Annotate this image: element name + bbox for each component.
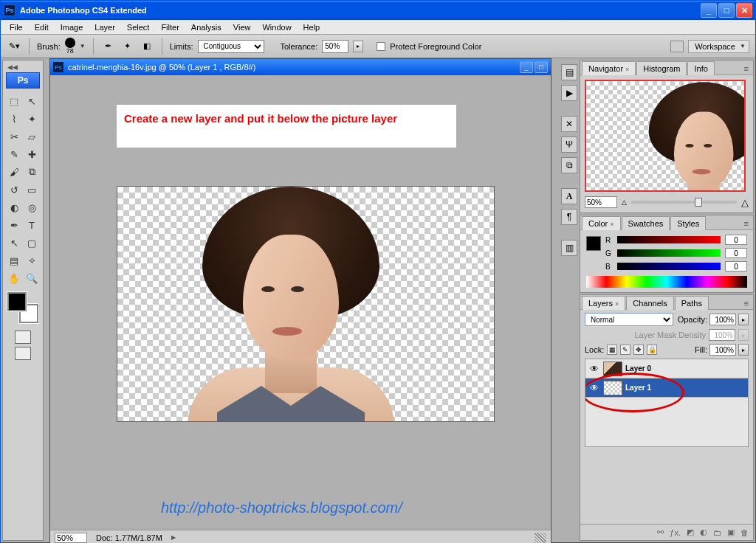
adjustment-layer-icon[interactable]: ◐ bbox=[700, 528, 707, 537]
tab-color[interactable]: Color× bbox=[582, 216, 621, 230]
tab-info[interactable]: Info bbox=[687, 61, 714, 75]
tab-swatches[interactable]: Swatches bbox=[622, 216, 670, 230]
delete-layer-icon[interactable]: 🗑 bbox=[740, 528, 749, 537]
tolerance-flyout-button[interactable]: ▸ bbox=[353, 41, 363, 52]
visibility-toggle-icon[interactable]: 👁 bbox=[588, 383, 600, 393]
brush-tool[interactable]: 🖌 bbox=[6, 164, 22, 180]
strip-tool-presets-icon[interactable]: ✕ bbox=[561, 116, 577, 132]
status-zoom-input[interactable] bbox=[55, 533, 87, 543]
move-tool[interactable]: ⬚ bbox=[6, 93, 22, 109]
strip-history-icon[interactable]: ▤ bbox=[561, 64, 577, 80]
layer-row-0[interactable]: 👁 Layer 0 bbox=[585, 359, 748, 378]
strip-actions-icon[interactable]: ▶ bbox=[561, 85, 577, 101]
layer-row-1[interactable]: 👁 Layer 1 bbox=[585, 378, 748, 398]
sampling-bg-icon[interactable]: ◧ bbox=[140, 39, 154, 54]
document-titlebar[interactable]: Ps catrinel-menghia-16v.jpg @ 50% (Layer… bbox=[50, 59, 551, 75]
history-brush-tool[interactable]: ↺ bbox=[6, 181, 22, 198]
layer-style-icon[interactable]: ƒx. bbox=[670, 528, 681, 537]
menu-select[interactable]: Select bbox=[121, 21, 156, 33]
tab-paths[interactable]: Paths bbox=[675, 296, 709, 310]
g-input[interactable] bbox=[725, 248, 747, 258]
navigator-zoom-input[interactable] bbox=[585, 196, 617, 208]
menu-file[interactable]: File bbox=[4, 21, 29, 33]
layer-thumbnail[interactable] bbox=[603, 362, 622, 376]
r-slider[interactable] bbox=[617, 236, 721, 243]
strip-paragraph-icon[interactable]: ¶ bbox=[561, 209, 577, 225]
marquee-tool[interactable]: ↖ bbox=[24, 93, 40, 109]
eyedropper-tool[interactable]: ✎ bbox=[6, 146, 22, 162]
color-swatches[interactable] bbox=[7, 292, 38, 323]
document-minimize-button[interactable]: _ bbox=[520, 61, 533, 73]
screen-mode-icon[interactable] bbox=[670, 41, 684, 52]
color-panel-menu-icon[interactable]: ≡ bbox=[740, 218, 753, 229]
opacity-input[interactable] bbox=[709, 314, 736, 325]
visibility-toggle-icon[interactable]: 👁 bbox=[588, 364, 600, 374]
stamp-tool[interactable]: ⧉ bbox=[24, 164, 40, 180]
blend-mode-select[interactable]: Normal bbox=[585, 313, 673, 326]
slice-tool[interactable]: ▱ bbox=[24, 128, 40, 145]
menu-edit[interactable]: Edit bbox=[29, 21, 55, 33]
window-close-button[interactable]: ✕ bbox=[736, 3, 752, 18]
quick-mask-icon[interactable] bbox=[15, 331, 31, 344]
lasso-tool[interactable]: ⌇ bbox=[6, 111, 22, 127]
workspace-dropdown[interactable]: Workspace bbox=[688, 40, 749, 53]
b-input[interactable] bbox=[725, 261, 747, 272]
color-spectrum[interactable] bbox=[586, 276, 747, 288]
zoom-in-icon[interactable]: △ bbox=[741, 197, 749, 208]
strip-clone-icon[interactable]: ⧉ bbox=[561, 157, 577, 173]
menu-window[interactable]: Window bbox=[256, 21, 297, 33]
hand-tool[interactable]: ✋ bbox=[6, 270, 22, 286]
notes-tool[interactable]: ▤ bbox=[6, 252, 22, 269]
quick-select-tool[interactable]: ✦ bbox=[24, 111, 40, 127]
protect-fg-checkbox[interactable] bbox=[377, 42, 385, 51]
navigator-thumbnail[interactable] bbox=[585, 80, 746, 192]
tab-histogram[interactable]: Histogram bbox=[636, 61, 687, 75]
crop-tool[interactable]: ✂ bbox=[6, 128, 22, 145]
status-flyout-icon[interactable]: ▶ bbox=[171, 534, 176, 541]
layer-mask-icon[interactable]: ◩ bbox=[687, 528, 694, 537]
toolbox-collapse-icon[interactable]: ◀◀ bbox=[4, 63, 18, 71]
zoom-out-icon[interactable]: △ bbox=[622, 198, 627, 206]
strip-brushes-icon[interactable]: Ψ bbox=[561, 136, 577, 153]
opacity-flyout-button[interactable]: ▸ bbox=[738, 314, 749, 325]
sampling-continuous-icon[interactable]: ✒ bbox=[101, 39, 116, 54]
sampling-once-icon[interactable]: ✦ bbox=[120, 39, 135, 54]
menu-image[interactable]: Image bbox=[55, 21, 89, 33]
brush-dropdown-icon[interactable]: ▼ bbox=[80, 43, 86, 49]
blur-tool[interactable]: ◎ bbox=[24, 199, 40, 215]
fill-flyout-button[interactable]: ▸ bbox=[738, 344, 749, 356]
layers-panel-menu-icon[interactable]: ≡ bbox=[740, 297, 753, 309]
window-maximize-button[interactable]: □ bbox=[718, 3, 735, 18]
path-select-tool[interactable]: ↖ bbox=[6, 235, 22, 251]
layer-name[interactable]: Layer 0 bbox=[625, 364, 651, 373]
navigator-zoom-slider[interactable] bbox=[631, 201, 737, 204]
lock-transparency-icon[interactable]: ▦ bbox=[607, 345, 617, 355]
strip-notes-icon[interactable]: ▥ bbox=[561, 240, 577, 256]
window-minimize-button[interactable]: _ bbox=[701, 3, 717, 18]
strip-character-icon[interactable]: A bbox=[561, 188, 577, 204]
menu-help[interactable]: Help bbox=[298, 21, 326, 33]
limits-select[interactable]: Contiguous bbox=[198, 40, 264, 53]
layer-name[interactable]: Layer 1 bbox=[625, 384, 651, 392]
tab-channels[interactable]: Channels bbox=[626, 296, 673, 310]
gradient-tool[interactable]: ◐ bbox=[6, 199, 22, 215]
canvas[interactable] bbox=[117, 186, 495, 422]
r-input[interactable] bbox=[725, 235, 747, 245]
document-maximize-button[interactable]: □ bbox=[535, 61, 548, 73]
document-body[interactable]: Create a new layer and put it below the … bbox=[50, 75, 551, 530]
g-slider[interactable] bbox=[617, 249, 721, 257]
resize-grip-icon[interactable] bbox=[535, 533, 546, 543]
tab-navigator[interactable]: Navigator× bbox=[582, 61, 636, 75]
lock-pixels-icon[interactable]: ✎ bbox=[620, 345, 630, 355]
foreground-color-swatch[interactable] bbox=[7, 292, 27, 311]
zoom-tool[interactable]: 🔍 bbox=[24, 270, 40, 286]
fill-input[interactable] bbox=[709, 344, 736, 356]
link-layers-icon[interactable]: ⚯ bbox=[657, 528, 664, 537]
shape-tool[interactable]: ▢ bbox=[24, 235, 40, 251]
eraser-tool[interactable]: ▭ bbox=[24, 181, 40, 198]
brush-preview-icon[interactable] bbox=[65, 38, 75, 48]
screen-mode-toggle-icon[interactable] bbox=[15, 347, 31, 360]
tool-preset-icon[interactable]: ✎▾ bbox=[7, 39, 21, 54]
b-slider[interactable] bbox=[617, 263, 721, 270]
new-layer-icon[interactable]: ▣ bbox=[727, 528, 735, 537]
